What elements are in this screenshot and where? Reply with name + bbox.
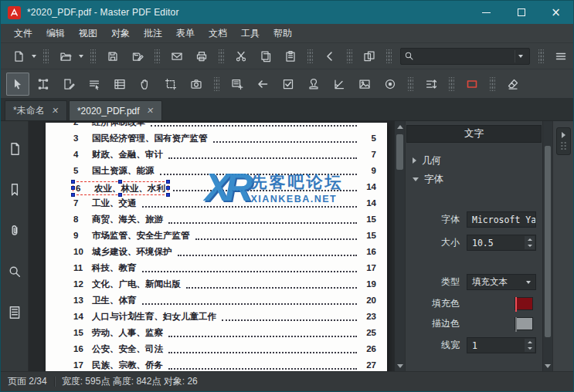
checkbox-tool[interactable] — [277, 73, 300, 96]
edit-text-tool[interactable] — [32, 73, 55, 96]
open-caret-icon[interactable] — [79, 55, 83, 58]
open-button[interactable] — [54, 46, 85, 66]
toolbar-grip[interactable] — [155, 49, 160, 63]
menu-item[interactable]: 批注 — [137, 24, 169, 42]
eraser-tool[interactable] — [501, 73, 525, 96]
bookmarks-panel-button[interactable] — [4, 179, 25, 201]
spin-up-button[interactable] — [525, 339, 535, 346]
menu-item[interactable]: 工具 — [234, 24, 267, 42]
selection-handle[interactable] — [166, 186, 170, 190]
selection-handle[interactable] — [166, 180, 170, 184]
toolbar-grip[interactable] — [449, 77, 454, 91]
scroll-down-button[interactable] — [395, 360, 405, 371]
font-name-field[interactable]: Microsoft YaHei — [467, 211, 536, 228]
page-sort-tool[interactable] — [419, 73, 443, 96]
toc-row[interactable]: 17民族、宗教、侨务27 — [73, 357, 376, 371]
select-text-tool[interactable] — [83, 73, 106, 96]
toolbar-grip[interactable] — [43, 49, 49, 63]
crop-tool[interactable] — [159, 73, 182, 96]
tab-close-icon[interactable]: ✕ — [146, 106, 155, 116]
menu-item[interactable]: 表单 — [169, 24, 202, 42]
toolbar-grip[interactable] — [307, 49, 313, 63]
toc-row[interactable]: 2 经济体制改革 — [73, 123, 376, 130]
copy-button[interactable] — [254, 46, 277, 66]
edit-forms-tool[interactable] — [108, 73, 131, 96]
toolbar-grip[interactable] — [214, 77, 219, 91]
menu-item[interactable]: 文件 — [7, 24, 39, 42]
toc-row[interactable]: 11科技、教育17 — [73, 260, 376, 276]
menu-item[interactable]: 文档 — [202, 24, 234, 42]
panel-scrollbar-thumb[interactable] — [545, 146, 551, 337]
stroke-color-swatch[interactable] — [515, 317, 533, 330]
spin-up-button[interactable] — [525, 236, 535, 243]
menu-item[interactable]: 视图 — [72, 24, 104, 42]
scroll-up-button[interactable] — [395, 121, 405, 132]
selection-handle[interactable] — [71, 186, 75, 190]
fill-color-swatch[interactable] — [515, 297, 533, 310]
font-size-field[interactable]: 10.5 — [467, 235, 536, 251]
toc-row[interactable]: 10城乡建设、环境保护16 — [73, 244, 376, 260]
measure-tool[interactable] — [328, 73, 351, 96]
tab-close-icon[interactable]: ✕ — [51, 106, 59, 116]
select-tool[interactable] — [6, 73, 29, 96]
spin-down-button[interactable] — [525, 346, 535, 353]
new-document-caret-icon[interactable] — [32, 55, 36, 58]
toolbar-grip[interactable] — [408, 77, 413, 91]
selection-handle[interactable] — [71, 193, 75, 197]
ocr-camera-tool[interactable] — [185, 73, 208, 96]
save-button[interactable] — [101, 46, 124, 66]
toc-row[interactable]: 4财政、金融、审计7 — [73, 147, 376, 163]
panel-collapse-button[interactable] — [556, 127, 571, 155]
search-panel-button[interactable] — [4, 261, 25, 282]
properties-panel-button[interactable] — [4, 302, 25, 323]
toc-row[interactable]: 12文化、广电、新闻出版19 — [73, 276, 376, 292]
back-button[interactable] — [318, 46, 341, 66]
section-geometry[interactable]: 几何 — [406, 151, 542, 170]
sticky-note-tool[interactable] — [226, 73, 249, 96]
radio-button-tool[interactable] — [379, 73, 402, 96]
toolbar-menu-button[interactable] — [549, 46, 572, 66]
new-document-button[interactable] — [7, 46, 38, 66]
selection-handle[interactable] — [118, 180, 122, 184]
cut-button[interactable] — [229, 46, 253, 66]
type-dropdown[interactable]: 填充文本 — [467, 274, 536, 290]
edit-objects-tool[interactable] — [57, 73, 80, 96]
menu-item[interactable]: 帮助 — [267, 24, 299, 42]
tab-untitled[interactable]: *未命名 ✕ — [5, 100, 67, 120]
search-input[interactable] — [414, 51, 515, 62]
toolbar-grip[interactable] — [538, 49, 544, 63]
scrollbar-track[interactable] — [395, 132, 405, 360]
toc-row[interactable]: 13卫生、体育20 — [73, 292, 376, 309]
pdf-page[interactable]: 2 经济体制改革 3国民经济管理、国有资产监管54财政、金融、审计75国土资源、… — [46, 123, 387, 371]
menu-item[interactable]: 编辑 — [39, 24, 72, 42]
selected-text-object[interactable]: 6农业、林业、水利 — [73, 182, 168, 194]
toc-row[interactable]: 9市场监管、安全生产监管15 — [73, 228, 376, 244]
image-tool[interactable] — [353, 73, 376, 96]
toolbar-grip[interactable] — [490, 77, 495, 91]
close-button[interactable]: × — [538, 1, 573, 24]
stamp-tool[interactable] — [302, 73, 325, 96]
maximize-button[interactable] — [504, 1, 538, 24]
document-scrollbar[interactable] — [394, 121, 405, 371]
toc-row[interactable]: 16公安、安全、司法26 — [73, 341, 376, 357]
tab-2020-pdf[interactable]: *2020_PDF.pdf ✕ — [69, 100, 162, 120]
toolbar-grip[interactable] — [347, 49, 352, 63]
line-width-field[interactable]: 1 — [467, 337, 536, 353]
selection-handle[interactable] — [71, 180, 75, 184]
hand-tool[interactable] — [134, 73, 157, 96]
search-dropdown-button[interactable] — [515, 50, 526, 63]
scrollbar-thumb[interactable] — [396, 134, 403, 170]
selection-handle[interactable] — [118, 193, 122, 197]
print-button[interactable] — [190, 46, 213, 66]
rectangle-annotation-tool[interactable] — [460, 73, 484, 96]
toc-row[interactable]: 15劳动、人事、监察25 — [73, 325, 376, 341]
document-area[interactable]: 2 经济体制改革 3国民经济管理、国有资产监管54财政、金融、审计75国土资源、… — [29, 121, 405, 371]
arrow-tool[interactable] — [251, 73, 274, 96]
toc-row[interactable]: 14人口与计划生育、妇女儿童工作23 — [73, 309, 376, 325]
toc-row[interactable]: 3国民经济管理、国有资产监管5 — [73, 130, 376, 147]
toolbar-grip[interactable] — [386, 49, 392, 63]
toc-row[interactable]: 8商贸、海关、旅游15 — [73, 211, 376, 228]
toolbar-grip[interactable] — [90, 49, 96, 63]
thumbnails-panel-button[interactable] — [4, 138, 25, 160]
save-as-button[interactable] — [126, 46, 149, 66]
